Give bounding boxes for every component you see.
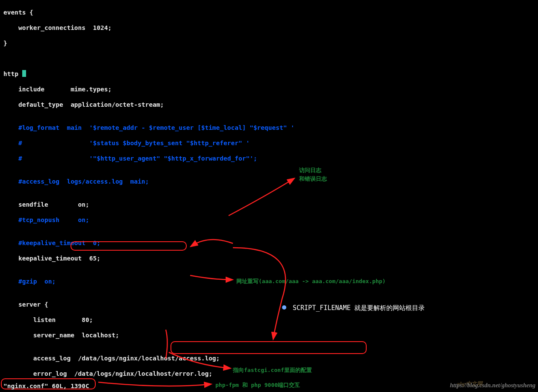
code-line: default_type application/octet-stream;: [3, 101, 347, 108]
code-line: events {: [3, 9, 347, 16]
code-line: keepalive_timeout 65;: [3, 255, 347, 262]
code-line: include mime.types;: [3, 85, 347, 93]
annotation-script-filename: SCRIPT_FILENAME 就是要解析的网站根目录: [282, 304, 425, 312]
code-editor[interactable]: events { worker_connections 1024; } http…: [3, 1, 347, 392]
code-line: listen 80;: [3, 316, 347, 324]
code-line: server_name localhost;: [3, 331, 347, 339]
watermark-csdn: https://blog.csdn.net/ghostyusheng: [450, 382, 535, 389]
annotation-rewrite: 网址重写(aaa.com/aaa -> aaa.com/aaa/index.ph…: [236, 278, 385, 285]
annotation-error-log: 和错误日志: [299, 175, 327, 183]
code-line: http: [3, 70, 347, 78]
code-line: access_log /data/logs/nginx/localhost/ac…: [3, 354, 347, 362]
code-comment: #access_log logs/access.log main;: [3, 178, 347, 185]
code-line: }: [3, 39, 347, 47]
vim-status-line: "nginx.conf" 60L, 1390C: [3, 382, 89, 390]
code-comment: #keepalive_timeout 0;: [3, 239, 347, 247]
code-comment: #tcp_nopush on;: [3, 216, 347, 224]
code-comment: # '"$http_user_agent" "$http_x_forwarded…: [3, 155, 347, 162]
annotation-access-log: 访问日志: [299, 167, 321, 174]
annotation-php-fpm: php-fpm 和 php 9000端口交互: [215, 381, 300, 389]
code-comment: # '$status $body_bytes_sent "$http_refer…: [3, 139, 347, 147]
annotation-fastcgi-conf: 指向fastcgi.conf里面的配置: [233, 366, 312, 374]
cursor: [22, 70, 26, 77]
code-comment: #log_format main '$remote_addr - $remote…: [3, 124, 347, 132]
code-line: sendfile on;: [3, 201, 347, 208]
code-line: worker_connections 1024;: [3, 24, 347, 32]
bullet-icon: [282, 305, 286, 310]
